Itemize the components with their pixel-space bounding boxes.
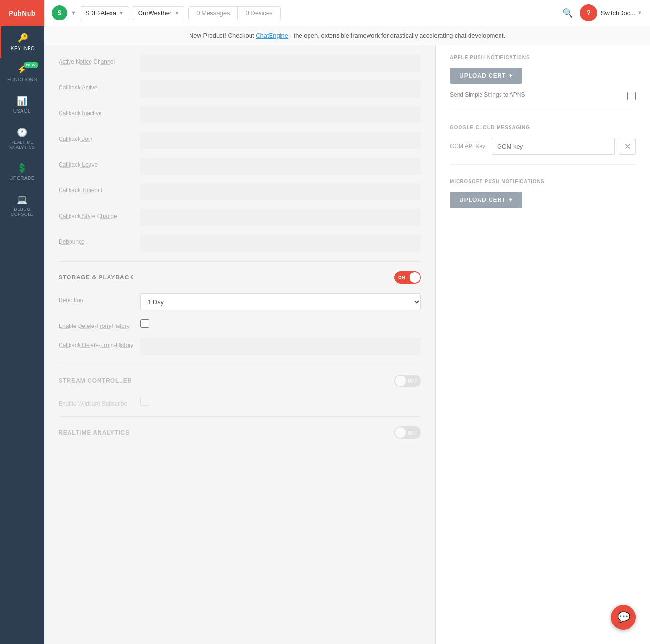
usage-icon: 📊 (17, 96, 28, 106)
main-area: S ▼ SDL2Alexa ▼ OurWeather ▼ 0 Messages … (44, 0, 650, 644)
callback-active-row: Callback Active (59, 80, 421, 98)
realtime-icon: 🕐 (17, 127, 28, 138)
keyset-chevron-icon: ▼ (174, 10, 179, 16)
gcm-clear-button[interactable]: ✕ (619, 138, 636, 155)
nav-stats: 0 Messages 0 Devices (188, 6, 280, 20)
toggle-off-label-2: OFF (408, 430, 417, 436)
sidebar-item-key-info[interactable]: 🔑 KEY INFO (0, 26, 44, 58)
realtime-analytics-toggle[interactable]: OFF (394, 426, 421, 439)
switch-doc-dropdown[interactable]: SwitchDoc... ▼ (601, 10, 642, 17)
callback-timeout-label: Callback Timeout (59, 183, 135, 194)
callback-join-input[interactable] (140, 132, 421, 149)
enable-delete-row: Enable Delete-From-History (59, 319, 421, 329)
upload-cert-microsoft-label: UPLOAD CERT (460, 197, 506, 203)
toggle-off-knob (395, 376, 406, 386)
upload-cert-apple-plus-icon: + (509, 72, 513, 79)
enable-wildcard-row: Enable Wildcard Subscribe (59, 396, 421, 407)
callback-active-input[interactable] (140, 80, 421, 98)
callback-leave-label: Callback Leave (59, 158, 135, 168)
left-panel: Active Notice Channel Callback Active Ca… (44, 45, 436, 644)
chat-bubble-button[interactable]: 💬 (611, 605, 636, 630)
gcm-api-key-label: GCM API Key (450, 143, 488, 149)
app-dropdown[interactable]: SDL2Alexa ▼ (80, 6, 129, 20)
enable-wildcard-checkbox[interactable] (140, 397, 149, 406)
switch-doc-label: SwitchDoc... (601, 10, 635, 17)
callback-delete-row: Callback Delete-From-History (59, 338, 421, 355)
gcm-title: GOOGLE CLOUD MESSAGING (450, 125, 636, 130)
gcm-api-key-row: GCM API Key ✕ (450, 138, 636, 155)
realtime-analytics-header: REALTIME ANALYTICS OFF (59, 426, 421, 439)
callback-inactive-input[interactable] (140, 106, 421, 123)
send-simple-row: Send Simple Strings to APNS (450, 91, 636, 100)
storage-playback-title: STORAGE & PLAYBACK (59, 274, 134, 281)
sidebar-item-label: UPGRADE (10, 176, 35, 181)
enable-wildcard-label: Enable Wildcard Subscribe (59, 396, 135, 407)
toggle-off-knob-2 (395, 427, 406, 438)
callback-state-change-label: Callback State Change (59, 209, 135, 219)
search-button[interactable]: 🔍 (559, 4, 576, 21)
gcm-api-key-input[interactable] (492, 138, 615, 155)
messages-stat[interactable]: 0 Messages (189, 7, 238, 20)
stream-controller-toggle[interactable]: OFF (394, 375, 421, 387)
devices-stat[interactable]: 0 Devices (238, 7, 280, 20)
topnav: S ▼ SDL2Alexa ▼ OurWeather ▼ 0 Messages … (44, 0, 650, 26)
sidebar-item-debug-console[interactable]: 💻 DEBUGCONSOLE (0, 188, 44, 223)
retention-label: Retention (59, 293, 135, 304)
active-notice-channel-input[interactable] (140, 55, 421, 72)
sidebar-item-realtime-analytics[interactable]: 🕐 REALTIMEANALYTICS (0, 120, 44, 156)
chatengine-link[interactable]: ChatEngine (256, 32, 288, 39)
active-notice-channel-label: Active Notice Channel (59, 55, 135, 65)
sidebar-item-functions[interactable]: ⚡ FUNCTIONS NEW (0, 58, 44, 89)
new-badge: NEW (24, 62, 38, 68)
upload-cert-microsoft-plus-icon: + (509, 197, 513, 203)
banner-text-after: - the open, extensible framework for dra… (290, 32, 505, 39)
sidebar-item-usage[interactable]: 📊 USAGE (0, 89, 44, 120)
callback-leave-input[interactable] (140, 158, 421, 175)
debounce-row: Debounce (59, 235, 421, 252)
section-divider-3 (59, 416, 421, 417)
toggle-off-label: OFF (408, 378, 417, 384)
app-chevron-icon: ▼ (119, 10, 124, 16)
upgrade-icon: 💲 (17, 163, 28, 173)
enable-delete-checkbox[interactable] (140, 319, 149, 328)
send-simple-label: Send Simple Strings to APNS (450, 91, 621, 98)
retention-row: Retention 1 Day 3 Days 7 Days 30 Days Un… (59, 293, 421, 310)
upload-cert-microsoft-button[interactable]: UPLOAD CERT + (450, 192, 522, 208)
right-panel: APPLE PUSH NOTIFICATIONS UPLOAD CERT + S… (436, 45, 650, 644)
section-divider-2 (59, 365, 421, 365)
keyset-dropdown[interactable]: OurWeather ▼ (133, 6, 184, 20)
callback-delete-input[interactable] (140, 338, 421, 355)
keyset-name: OurWeather (138, 10, 172, 17)
storage-playback-toggle[interactable]: ON (394, 271, 421, 284)
callback-state-change-input[interactable] (140, 209, 421, 226)
sidebar: PubNub 🔑 KEY INFO ⚡ FUNCTIONS NEW 📊 USAG… (0, 0, 44, 644)
callback-inactive-label: Callback Inactive (59, 106, 135, 117)
sidebar-logo[interactable]: PubNub (0, 0, 44, 26)
user-avatar[interactable]: S (52, 5, 67, 20)
sidebar-item-label: FUNCTIONS (7, 77, 37, 82)
active-notice-channel-row: Active Notice Channel (59, 55, 421, 72)
announcement-banner: New Product! Checkout ChatEngine - the o… (44, 26, 650, 45)
storage-playback-header: STORAGE & PLAYBACK ON (59, 271, 421, 284)
retention-select[interactable]: 1 Day 3 Days 7 Days 30 Days Unlimited (140, 293, 421, 310)
callback-timeout-input[interactable] (140, 183, 421, 200)
realtime-analytics-title: REALTIME ANALYTICS (59, 429, 130, 436)
enable-delete-label: Enable Delete-From-History (59, 319, 135, 329)
toggle-on-knob (410, 272, 420, 283)
debounce-input[interactable] (140, 235, 421, 252)
callback-delete-label: Callback Delete-From-History (59, 338, 135, 348)
microsoft-push-section: MICROSOFT PUSH NOTIFICATIONS UPLOAD CERT… (450, 179, 636, 218)
help-button[interactable]: ? (580, 4, 597, 21)
send-simple-checkbox[interactable] (627, 92, 636, 100)
upload-cert-apple-button[interactable]: UPLOAD CERT + (450, 68, 522, 84)
apple-push-section: APPLE PUSH NOTIFICATIONS UPLOAD CERT + S… (450, 55, 636, 110)
sidebar-item-label: KEY INFO (11, 46, 35, 51)
stream-controller-header: STREAM CONTROLLER OFF (59, 375, 421, 387)
sidebar-item-label: USAGE (13, 109, 31, 114)
switch-doc-chevron-icon: ▼ (637, 10, 642, 16)
user-chevron-icon[interactable]: ▼ (71, 10, 76, 16)
callback-inactive-row: Callback Inactive (59, 106, 421, 123)
sidebar-item-label: DEBUGCONSOLE (11, 207, 34, 217)
sidebar-item-label: REALTIMEANALYTICS (10, 140, 35, 149)
sidebar-item-upgrade[interactable]: 💲 UPGRADE (0, 156, 44, 188)
